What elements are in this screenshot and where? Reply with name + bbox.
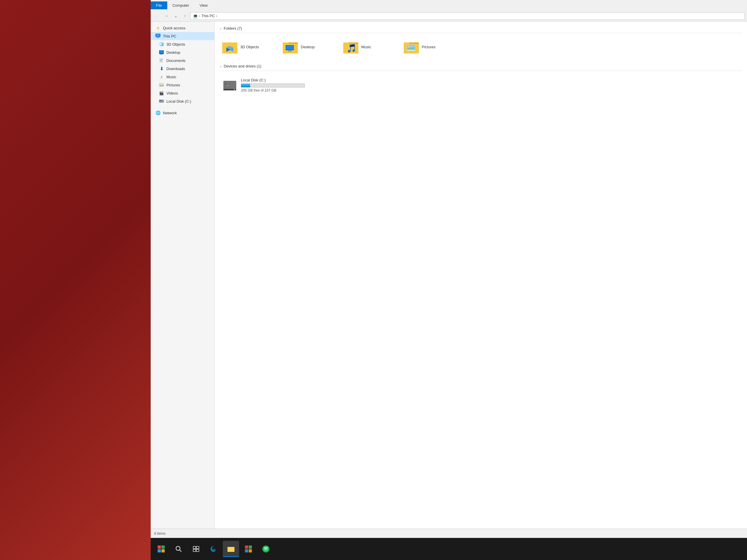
sidebar-item-label: Documents <box>166 58 186 63</box>
svg-rect-43 <box>404 43 410 44</box>
edge-icon <box>209 545 217 553</box>
drive-local-disk-c[interactable]: Local Disk (C:) 205 GB free of 237 GB <box>219 76 330 95</box>
svg-rect-69 <box>249 545 252 549</box>
svg-rect-5 <box>160 51 163 53</box>
svg-rect-60 <box>193 546 196 549</box>
svg-rect-55 <box>227 85 228 86</box>
store-icon <box>244 545 253 553</box>
up-button[interactable]: ↑ <box>181 12 189 20</box>
taskbar <box>151 538 747 560</box>
sidebar-item-label: Network <box>163 111 177 115</box>
folder-pictures[interactable]: Pictures <box>401 38 459 56</box>
svg-rect-63 <box>196 549 199 552</box>
drive-name: Local Disk (C:) <box>241 78 327 82</box>
svg-rect-68 <box>245 545 248 549</box>
svg-rect-36 <box>343 43 349 44</box>
address-path[interactable]: 💻 › This PC › <box>190 12 745 20</box>
tab-view[interactable]: View <box>194 1 213 9</box>
sidebar-item-desktop[interactable]: Desktop <box>151 48 214 56</box>
file-explorer-button[interactable] <box>223 541 239 557</box>
svg-rect-67 <box>228 547 230 549</box>
sidebar-item-label: Pictures <box>166 83 180 87</box>
devices-section: ⌄ Devices and drives (1) <box>219 63 742 95</box>
sidebar-item-downloads[interactable]: ⬇ Downloads <box>151 64 214 73</box>
folder-pictures-label: Pictures <box>422 45 435 49</box>
ribbon: File Computer View <box>151 0 747 10</box>
svg-rect-23 <box>222 43 228 44</box>
svg-rect-62 <box>193 549 196 552</box>
sidebar: ★ Quick access This PC 🧊 3D Objects <box>151 22 215 529</box>
sidebar-item-videos[interactable]: 🎬 Videos <box>151 89 214 97</box>
folder-desktop[interactable]: Desktop <box>280 38 338 56</box>
path-thispc: This PC <box>201 14 215 18</box>
devices-header-text: Devices and drives (1) <box>224 64 261 68</box>
start-button[interactable] <box>153 541 169 557</box>
address-bar: ← → ⌄ ↑ 💻 › This PC › <box>151 10 747 22</box>
drive-bar-fill <box>241 84 250 87</box>
this-pc-icon <box>155 33 160 39</box>
svg-rect-61 <box>196 546 199 549</box>
sidebar-item-pictures[interactable]: Pictures <box>151 81 214 89</box>
drive-bar-container <box>241 83 305 87</box>
sidebar-item-this-pc[interactable]: This PC <box>151 32 214 40</box>
status-bar: 8 items <box>151 529 747 538</box>
sidebar-item-label: Local Disk (C:) <box>166 99 191 104</box>
edge-button[interactable] <box>205 541 222 557</box>
task-view-icon <box>192 545 200 553</box>
pictures-icon <box>159 82 164 87</box>
task-view-button[interactable] <box>188 541 204 557</box>
folder-3d-objects-label: 3D Objects <box>240 45 259 49</box>
back-button[interactable]: ← <box>153 12 161 20</box>
sidebar-item-network[interactable]: 🌐 Network <box>151 109 214 117</box>
drive-space: 205 GB free of 237 GB <box>241 88 327 92</box>
svg-rect-39 <box>350 45 351 51</box>
status-text: 8 items <box>154 532 165 536</box>
sidebar-item-music[interactable]: ♪ Music <box>151 73 214 81</box>
drive-icon-wrapper <box>222 79 237 92</box>
music-icon: ♪ <box>159 74 164 79</box>
search-button[interactable] <box>171 541 187 557</box>
sidebar-item-documents[interactable]: Documents <box>151 56 214 64</box>
sidebar-item-3d-objects[interactable]: 🧊 3D Objects <box>151 40 214 48</box>
spotify-button[interactable] <box>258 541 274 557</box>
svg-rect-12 <box>160 61 162 61</box>
svg-rect-19 <box>159 100 162 101</box>
sidebar-item-label: Music <box>166 75 176 79</box>
folder-3d-objects[interactable]: 3D Objects <box>219 38 278 56</box>
svg-point-14 <box>160 84 161 85</box>
svg-rect-66 <box>228 548 234 552</box>
svg-rect-32 <box>288 50 291 51</box>
file-explorer-icon <box>227 544 235 553</box>
sidebar-item-quick-access[interactable]: ★ Quick access <box>151 24 214 32</box>
forward-button[interactable]: → <box>162 12 171 20</box>
svg-rect-33 <box>288 51 292 52</box>
path-separator: › <box>199 14 200 18</box>
tab-computer[interactable]: Computer <box>167 1 194 9</box>
network-icon: 🌐 <box>155 110 160 115</box>
svg-rect-2 <box>157 37 159 37</box>
folders-header-text: Folders (7) <box>224 26 242 30</box>
ribbon-tabs: File Computer View <box>151 0 747 10</box>
local-disk-icon <box>159 99 164 104</box>
videos-icon: 🎬 <box>159 90 164 96</box>
folder-3d-objects-icon <box>222 40 237 53</box>
svg-point-57 <box>234 89 235 90</box>
svg-rect-3 <box>156 37 159 38</box>
spotify-icon <box>262 545 270 553</box>
devices-chevron: ⌄ <box>219 64 222 68</box>
svg-rect-40 <box>354 44 355 51</box>
main-content: ⌄ Folders (7) <box>215 22 747 529</box>
svg-rect-70 <box>245 549 248 553</box>
svg-rect-6 <box>159 53 164 54</box>
tab-file[interactable]: File <box>151 1 167 9</box>
recent-button[interactable]: ⌄ <box>172 12 180 20</box>
sidebar-item-local-disk[interactable]: Local Disk (C:) <box>151 97 214 105</box>
svg-rect-7 <box>160 54 163 55</box>
folder-pictures-icon <box>404 40 419 53</box>
store-button[interactable] <box>240 541 257 557</box>
downloads-icon: ⬇ <box>159 66 164 71</box>
desktop-icon <box>159 50 164 55</box>
folder-music[interactable]: Music <box>340 38 398 56</box>
sidebar-item-label: This PC <box>163 34 176 38</box>
sidebar-item-label: Quick access <box>163 26 185 30</box>
